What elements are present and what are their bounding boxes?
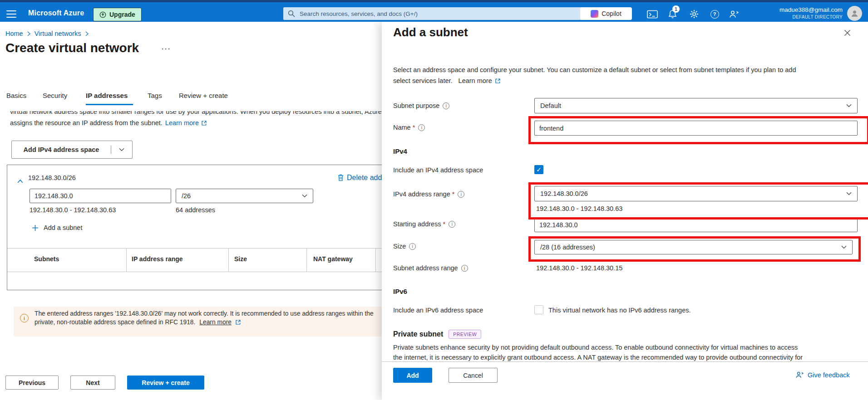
warning-learn-more-link[interactable]: Learn more [199, 319, 232, 326]
next-button[interactable]: Next [70, 376, 115, 390]
prefix-size-select[interactable]: /26 [176, 189, 313, 203]
chevron-down-icon [841, 245, 847, 249]
cancel-button[interactable]: Cancel [449, 368, 498, 383]
column-header-size: Size [234, 255, 247, 263]
tab-ip-addresses[interactable]: IP addresses [86, 92, 128, 99]
tab-tags[interactable]: Tags [148, 92, 162, 99]
settings-gear-icon[interactable] [688, 9, 700, 19]
help-glyph: ? [713, 11, 716, 17]
search-input[interactable] [299, 10, 579, 18]
intro-line2: assigns the resource an IP address from … [10, 119, 163, 127]
size-label-row: Size i [393, 243, 416, 250]
table-column-divider [126, 248, 127, 272]
copilot-button[interactable]: Copilot [580, 7, 632, 20]
tab-security[interactable]: Security [43, 92, 67, 99]
subnet-range-value: 192.148.30.0 - 192.148.30.15 [536, 264, 622, 272]
preview-badge: PREVIEW [449, 330, 481, 339]
ipv4-range-select[interactable]: 192.148.30.0/26 [534, 186, 858, 201]
subnet-range-label: Subnet address range [393, 264, 458, 272]
learn-more-link[interactable]: Learn more [165, 119, 199, 127]
subnet-name-input[interactable] [534, 121, 858, 136]
breadcrumb-virtual-networks[interactable]: Virtual networks [35, 30, 81, 37]
cloud-shell-icon[interactable] [646, 9, 658, 19]
table-column-divider [375, 248, 376, 272]
info-icon[interactable]: i [449, 221, 455, 228]
upgrade-arrow-icon [99, 11, 106, 18]
copilot-icon [591, 10, 598, 18]
feedback-person-icon [795, 371, 804, 379]
info-icon[interactable]: i [461, 265, 468, 272]
warning-line2: private, non-routable address space defi… [35, 319, 195, 326]
help-icon[interactable]: ? [709, 9, 720, 19]
more-options-button[interactable]: ··· [162, 45, 171, 53]
include-ipv6-label: Include an IPv6 address space [393, 307, 483, 314]
add-button[interactable]: Add [393, 368, 432, 383]
address-space-range: 192.148.30.0 - 192.148.30.63 [30, 206, 116, 214]
include-ipv4-label: Include an IPv4 address space [393, 166, 483, 174]
hamburger-menu-icon[interactable] [6, 10, 16, 18]
close-icon[interactable] [842, 27, 853, 38]
external-link-icon [202, 121, 207, 126]
account-menu[interactable]: madue388@gmail.com DEFAULT DIRECTORY [779, 6, 843, 20]
warning-info-icon: i [20, 314, 29, 322]
subnet-purpose-label: Subnet purpose [393, 102, 439, 109]
column-header-subnets: Subnets [34, 255, 59, 263]
panel-footer-divider [382, 361, 868, 362]
panel-intro-line1: Select an address space and configure yo… [393, 66, 796, 73]
give-feedback-label: Give feedback [808, 371, 850, 379]
tab-basics[interactable]: Basics [6, 92, 26, 99]
size-select[interactable]: /28 (16 addresses) [534, 240, 853, 254]
info-icon[interactable]: i [458, 191, 464, 198]
chevron-down-icon[interactable] [111, 148, 132, 151]
add-ipv4-label: Add IPv4 address space [12, 146, 111, 153]
address-space-input[interactable] [30, 189, 171, 203]
include-ipv6-checkbox [534, 305, 543, 314]
add-subnet-link[interactable]: Add a subnet [32, 224, 82, 231]
subnet-purpose-select[interactable]: Default [534, 98, 858, 113]
notification-badge: 1 [672, 5, 680, 13]
panel-title: Add a subnet [393, 25, 468, 39]
tab-review-create[interactable]: Review + create [179, 92, 228, 99]
plus-icon [32, 224, 39, 231]
chevron-right-icon [27, 31, 30, 36]
window-top-edge [0, 0, 868, 2]
review-create-button[interactable]: Review + create [127, 376, 204, 390]
table-column-divider [228, 248, 229, 272]
azure-brand[interactable]: Microsoft Azure [28, 9, 84, 17]
feedback-icon[interactable] [728, 9, 740, 19]
starting-address-label-row: Starting address * i [393, 220, 455, 228]
upgrade-button[interactable]: Upgrade [93, 8, 142, 21]
breadcrumb-home[interactable]: Home [5, 30, 23, 37]
name-label-row: Name * i [393, 124, 425, 131]
account-email: madue388@gmail.com [779, 6, 843, 13]
info-icon[interactable]: i [443, 102, 449, 109]
page-title: Create virtual network [5, 41, 139, 55]
private-subnet-header-row: Private subnet PREVIEW [393, 330, 481, 339]
upgrade-label: Upgrade [109, 11, 135, 18]
collapse-chevron-up-icon[interactable] [17, 177, 23, 185]
subnet-range-label-row: Subnet address range i [393, 264, 468, 272]
avatar[interactable] [847, 6, 862, 21]
ipv6-section-header: IPv6 [393, 288, 407, 295]
azure-portal: Microsoft Azure Upgrade Copilot 1 ? [0, 0, 868, 400]
warning-line1: The entered address ranges '192.148.30.0… [35, 310, 374, 317]
give-feedback-link[interactable]: Give feedback [795, 371, 850, 379]
size-value: /28 (16 addresses) [540, 244, 595, 251]
previous-button[interactable]: Previous [5, 376, 59, 390]
address-count: 64 addresses [176, 206, 215, 214]
external-link-icon [495, 78, 500, 83]
panel-learn-more-link[interactable]: Learn more [459, 77, 492, 84]
required-asterisk: * [413, 124, 415, 131]
global-search[interactable] [283, 7, 584, 20]
chevron-right-icon [85, 31, 89, 36]
chevron-down-icon [302, 194, 307, 198]
ipv6-disabled-note: This virtual network has no IPv6 address… [548, 307, 691, 314]
add-subnet-label: Add a subnet [44, 224, 82, 231]
external-link-icon [236, 320, 241, 325]
starting-address-input[interactable] [534, 217, 858, 232]
include-ipv4-checkbox[interactable]: ✓ [534, 165, 543, 174]
top-bar: Microsoft Azure Upgrade Copilot 1 ? [0, 2, 868, 22]
info-icon[interactable]: i [418, 124, 425, 131]
add-ipv4-address-space-button[interactable]: Add IPv4 address space [11, 141, 133, 159]
info-icon[interactable]: i [409, 243, 416, 250]
